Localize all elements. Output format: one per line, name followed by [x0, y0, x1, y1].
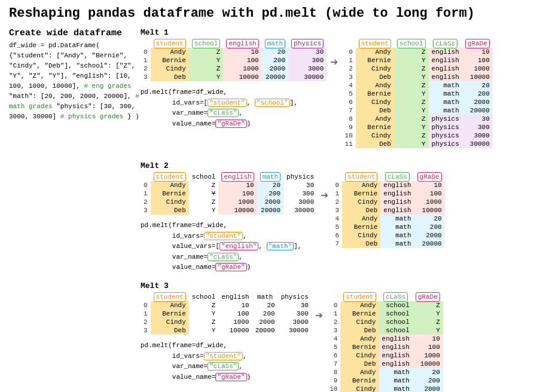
- melt-1-wide-table: student school english math physics 0And…: [141, 39, 327, 129]
- melt-2-long-table: student cLaSs gRaDe 0Andyenglish10 1Bern…: [332, 173, 445, 253]
- melt-1-long-table: student school cLaSs gRaDe 0AndyZenglish…: [342, 39, 493, 153]
- melt-2-wide-table: student school english math physics 0And…: [141, 173, 317, 273]
- melt-1-code: pd.melt(frame=df_wide, id_vars=["student…: [141, 87, 327, 129]
- left-code: df_wide = pd.DataFrame( {"student": ["An…: [9, 41, 141, 122]
- melt-3-code: pd.melt(frame=df_wide, id_vars="student"…: [141, 341, 312, 382]
- melt-3-section: Melt 3 student school english math physi…: [141, 281, 528, 392]
- page-title: Reshaping pandas dataframe with pd.melt …: [9, 6, 528, 21]
- melt-1-section: Melt 1 student school english math phys: [141, 28, 528, 153]
- melt-3-long-table: student cLaSs gRaDe 0AndyschoolZ 1Bernie…: [327, 293, 443, 392]
- melt-2-code: pd.melt(frame=df_wide, id_vars="student"…: [141, 220, 317, 273]
- melt-2-title: Melt 2: [141, 161, 528, 170]
- melt-1-title: Melt 1: [141, 28, 528, 37]
- melt-3-wide-table: student school english math physics 0And…: [141, 293, 312, 382]
- melt-3-arrow: ➔: [315, 308, 323, 324]
- left-panel: Create wide dataframe df_wide = pd.DataF…: [9, 28, 141, 392]
- melt-2-section: Melt 2 student school english math physi…: [141, 161, 528, 273]
- right-panel: Melt 1 student school english math phys: [141, 28, 528, 392]
- melt-3-title: Melt 3: [141, 281, 528, 290]
- melt-1-arrow: ➔: [330, 54, 338, 71]
- section-title: Create wide dataframe: [9, 28, 141, 38]
- melt-2-arrow: ➔: [321, 188, 328, 204]
